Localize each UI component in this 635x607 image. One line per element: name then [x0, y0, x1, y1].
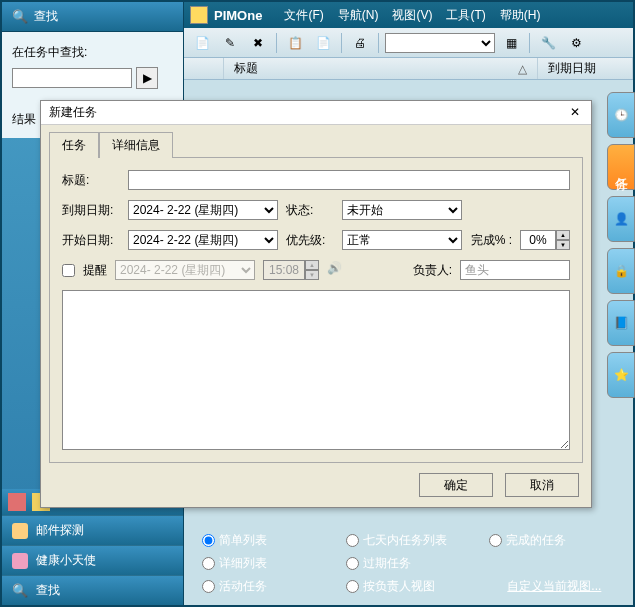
separator — [341, 33, 342, 53]
status-label: 状态: — [286, 202, 334, 219]
separator — [529, 33, 530, 53]
dialog-title: 新建任务 — [49, 104, 97, 121]
results-label: 结果 — [12, 112, 36, 126]
notes-textarea[interactable] — [62, 290, 570, 450]
vertical-tabs: 🕒 任务 👤 🔒 📘 ⭐ — [607, 92, 635, 398]
find-go-button[interactable]: ▶ — [136, 67, 158, 89]
separator — [276, 33, 277, 53]
radio-7day[interactable]: 七天内任务列表 — [346, 532, 470, 549]
ok-button[interactable]: 确定 — [419, 473, 493, 497]
radio-done[interactable]: 完成的任务 — [489, 532, 613, 549]
due-date-select[interactable]: 2024- 2-22 (星期四) — [128, 200, 278, 220]
mail-icon — [12, 523, 28, 539]
vtab-4[interactable]: 🔒 — [607, 248, 635, 294]
copy-button[interactable]: 📋 — [283, 31, 307, 55]
custom-view-link[interactable]: 自定义当前视图... — [489, 578, 613, 595]
filter-button[interactable]: ▦ — [499, 31, 523, 55]
menu-file[interactable]: 文件(F) — [278, 5, 329, 26]
find-title: 查找 — [34, 8, 58, 25]
remind-time-input — [263, 260, 305, 280]
owner-label: 负责人: — [413, 262, 452, 279]
find-input[interactable] — [12, 68, 132, 88]
view-radios: 简单列表 七天内任务列表 完成的任务 详细列表 过期任务 活动任务 按负责人视图… — [202, 532, 613, 595]
sidebar-item-health[interactable]: 健康小天使 — [2, 545, 183, 575]
print-button[interactable]: 🖨 — [348, 31, 372, 55]
calendar-icon[interactable] — [8, 493, 26, 511]
app-title: PIMOne — [214, 8, 262, 23]
col-title[interactable]: 标题△ — [224, 58, 538, 79]
sidebar-item-find[interactable]: 查找 — [2, 575, 183, 605]
dialog-buttons: 确定 取消 — [41, 463, 591, 507]
menubar: PIMOne 文件(F) 导航(N) 视图(V) 工具(T) 帮助(H) — [184, 2, 633, 28]
tool1-button[interactable]: 🔧 — [536, 31, 560, 55]
search-icon — [12, 9, 28, 24]
sort-indicator: △ — [518, 62, 527, 76]
remind-label: 提醒 — [83, 262, 107, 279]
menu-nav[interactable]: 导航(N) — [332, 5, 385, 26]
start-label: 开始日期: — [62, 232, 120, 249]
find-header: 查找 — [2, 2, 183, 32]
vtab-5[interactable]: 📘 — [607, 300, 635, 346]
col-flag[interactable] — [184, 58, 224, 79]
cancel-button[interactable]: 取消 — [505, 473, 579, 497]
spin-down: ▼ — [305, 270, 319, 280]
radio-simple[interactable]: 简单列表 — [202, 532, 326, 549]
spin-down[interactable]: ▼ — [556, 240, 570, 250]
vtab-tasks[interactable]: 任务 — [607, 144, 635, 190]
find-body: 在任务中查找: ▶ — [2, 32, 183, 101]
menu-tools[interactable]: 工具(T) — [440, 5, 491, 26]
remind-date-select: 2024- 2-22 (星期四) — [115, 260, 255, 280]
spin-up: ▲ — [305, 260, 319, 270]
app-icon — [190, 6, 208, 24]
angel-icon — [12, 553, 28, 569]
tab-detail[interactable]: 详细信息 — [99, 132, 173, 158]
priority-select[interactable]: 正常 — [342, 230, 462, 250]
dialog-body: 标题: 到期日期: 2024- 2-22 (星期四) 状态: 未开始 开始日期:… — [49, 157, 583, 463]
close-icon[interactable]: ✕ — [567, 105, 583, 121]
col-due[interactable]: 到期日期 — [538, 58, 633, 79]
new-button[interactable]: 📄 — [190, 31, 214, 55]
paste-button[interactable]: 📄 — [311, 31, 335, 55]
menu-help[interactable]: 帮助(H) — [494, 5, 547, 26]
remind-time-spinner: ▲▼ — [263, 260, 319, 280]
delete-button[interactable]: ✖ — [246, 31, 270, 55]
start-date-select[interactable]: 2024- 2-22 (星期四) — [128, 230, 278, 250]
percent-label: 完成% : — [471, 232, 512, 249]
tool2-button[interactable]: ⚙ — [564, 31, 588, 55]
vtab-3[interactable]: 👤 — [607, 196, 635, 242]
radio-overdue[interactable]: 过期任务 — [346, 555, 470, 572]
spin-up[interactable]: ▲ — [556, 230, 570, 240]
title-input[interactable] — [128, 170, 570, 190]
priority-label: 优先级: — [286, 232, 334, 249]
sidebar-item-label: 邮件探测 — [36, 522, 84, 539]
dialog-tabs: 任务 详细信息 — [41, 125, 591, 157]
percent-spinner[interactable]: ▲▼ — [520, 230, 570, 250]
find-label: 在任务中查找: — [12, 44, 173, 61]
sidebar-item-label: 健康小天使 — [36, 552, 96, 569]
tab-task[interactable]: 任务 — [49, 132, 99, 158]
sidebar-item-label: 查找 — [36, 582, 60, 599]
new-task-dialog: 新建任务 ✕ 任务 详细信息 标题: 到期日期: 2024- 2-22 (星期四… — [40, 100, 592, 508]
percent-input[interactable] — [520, 230, 556, 250]
separator — [378, 33, 379, 53]
vtab-6[interactable]: ⭐ — [607, 352, 635, 398]
radio-detail[interactable]: 详细列表 — [202, 555, 326, 572]
menu-view[interactable]: 视图(V) — [386, 5, 438, 26]
sound-icon: 🔊 — [327, 261, 345, 279]
sidebar-item-mail-probe[interactable]: 邮件探测 — [2, 515, 183, 545]
dialog-titlebar: 新建任务 ✕ — [41, 101, 591, 125]
toolbar: 📄 ✎ ✖ 📋 📄 🖨 ▦ 🔧 ⚙ — [184, 28, 633, 58]
edit-button[interactable]: ✎ — [218, 31, 242, 55]
due-label: 到期日期: — [62, 202, 120, 219]
radio-byowner[interactable]: 按负责人视图 — [346, 578, 470, 595]
owner-input[interactable] — [460, 260, 570, 280]
toolbar-combo[interactable] — [385, 33, 495, 53]
radio-active[interactable]: 活动任务 — [202, 578, 326, 595]
search-icon — [12, 583, 28, 598]
column-headers: 标题△ 到期日期 — [184, 58, 633, 80]
status-select[interactable]: 未开始 — [342, 200, 462, 220]
remind-checkbox[interactable] — [62, 264, 75, 277]
vtab-1[interactable]: 🕒 — [607, 92, 635, 138]
title-label: 标题: — [62, 172, 120, 189]
